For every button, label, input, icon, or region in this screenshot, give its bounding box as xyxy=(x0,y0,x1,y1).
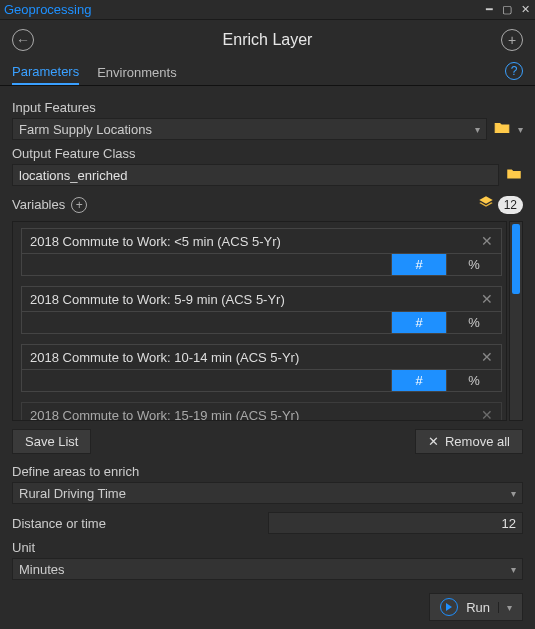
variables-scrollbar[interactable] xyxy=(509,221,523,421)
window-title: Geoprocessing xyxy=(4,2,91,17)
remove-variable-icon[interactable]: ✕ xyxy=(481,233,493,249)
run-button[interactable]: Run ▾ xyxy=(429,593,523,621)
chevron-down-icon: ▾ xyxy=(518,124,523,135)
add-variable-button[interactable]: + xyxy=(71,197,87,213)
variable-count-toggle[interactable]: # xyxy=(391,370,446,391)
close-icon: ✕ xyxy=(428,434,439,449)
layers-icon[interactable] xyxy=(476,194,496,215)
variable-percent-toggle[interactable]: % xyxy=(446,312,501,333)
chevron-down-icon: ▾ xyxy=(475,124,480,135)
input-features-value: Farm Supply Locations xyxy=(19,122,152,137)
distance-input[interactable] xyxy=(268,512,523,534)
variables-label: Variables xyxy=(12,197,65,212)
close-window-icon[interactable]: ✕ xyxy=(519,4,531,16)
variable-name: 2018 Commute to Work: <5 min (ACS 5-Yr) xyxy=(30,234,281,249)
variable-item: 2018 Commute to Work: 10-14 min (ACS 5-Y… xyxy=(21,344,502,392)
chevron-down-icon: ▾ xyxy=(511,488,516,499)
help-icon[interactable]: ? xyxy=(505,62,523,80)
variable-name: 2018 Commute to Work: 15-19 min (ACS 5-Y… xyxy=(30,408,299,422)
variable-name: 2018 Commute to Work: 10-14 min (ACS 5-Y… xyxy=(30,350,299,365)
unit-select[interactable]: Minutes ▾ xyxy=(12,558,523,580)
save-list-button[interactable]: Save List xyxy=(12,429,91,454)
tab-environments[interactable]: Environments xyxy=(97,61,176,84)
unit-label: Unit xyxy=(12,540,523,555)
remove-variable-icon[interactable]: ✕ xyxy=(481,407,493,421)
remove-all-label: Remove all xyxy=(445,434,510,449)
define-areas-select[interactable]: Rural Driving Time ▾ xyxy=(12,482,523,504)
variable-item: 2018 Commute to Work: 15-19 min (ACS 5-Y… xyxy=(21,402,502,421)
variables-list: 2018 Commute to Work: <5 min (ACS 5-Yr) … xyxy=(12,221,507,421)
scrollbar-thumb[interactable] xyxy=(512,224,520,294)
remove-variable-icon[interactable]: ✕ xyxy=(481,349,493,365)
minimize-icon[interactable]: ━ xyxy=(483,4,495,16)
variable-item: 2018 Commute to Work: 5-9 min (ACS 5-Yr)… xyxy=(21,286,502,334)
unit-value: Minutes xyxy=(19,562,65,577)
variable-percent-toggle[interactable]: % xyxy=(446,370,501,391)
remove-variable-icon[interactable]: ✕ xyxy=(481,291,493,307)
input-features-select[interactable]: Farm Supply Locations ▾ xyxy=(12,118,487,140)
edit-layer-button[interactable]: ▾ xyxy=(517,124,523,135)
variables-count-badge: 12 xyxy=(498,196,523,214)
output-fc-label: Output Feature Class xyxy=(12,146,523,161)
define-areas-value: Rural Driving Time xyxy=(19,486,126,501)
variable-item: 2018 Commute to Work: <5 min (ACS 5-Yr) … xyxy=(21,228,502,276)
input-features-label: Input Features xyxy=(12,100,523,115)
back-button[interactable]: ← xyxy=(12,29,34,51)
play-icon xyxy=(440,598,458,616)
variable-count-toggle[interactable]: # xyxy=(391,312,446,333)
add-tool-button[interactable]: + xyxy=(501,29,523,51)
run-label: Run xyxy=(466,600,490,615)
remove-all-button[interactable]: ✕ Remove all xyxy=(415,429,523,454)
define-areas-label: Define areas to enrich xyxy=(12,464,523,479)
browse-output-icon[interactable] xyxy=(505,165,523,186)
distance-label: Distance or time xyxy=(12,516,262,531)
output-fc-input[interactable] xyxy=(12,164,499,186)
restore-icon[interactable]: ▢ xyxy=(501,4,513,16)
variable-count-toggle[interactable]: # xyxy=(391,254,446,275)
tab-parameters[interactable]: Parameters xyxy=(12,60,79,85)
variable-name: 2018 Commute to Work: 5-9 min (ACS 5-Yr) xyxy=(30,292,285,307)
browse-folder-icon[interactable] xyxy=(493,119,511,140)
variable-percent-toggle[interactable]: % xyxy=(446,254,501,275)
chevron-down-icon: ▾ xyxy=(511,564,516,575)
run-menu-caret[interactable]: ▾ xyxy=(498,602,512,613)
tool-title: Enrich Layer xyxy=(34,31,501,49)
